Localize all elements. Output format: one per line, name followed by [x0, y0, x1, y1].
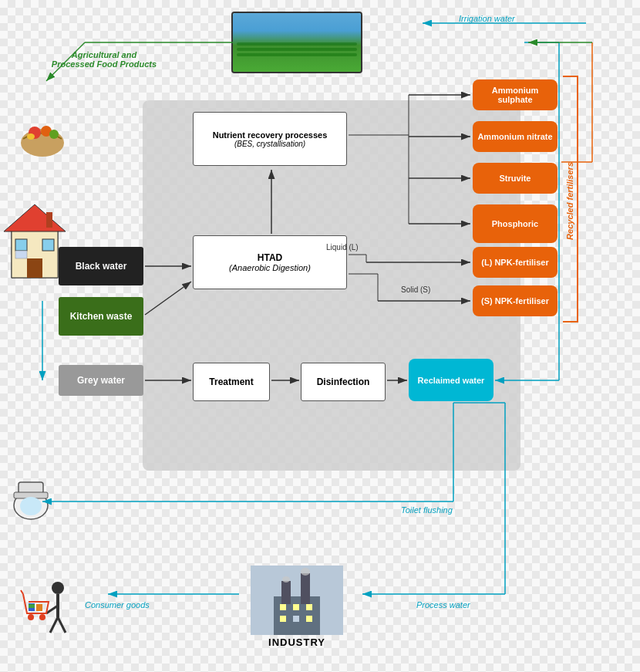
svg-line-19 — [50, 617, 58, 633]
svg-rect-29 — [281, 581, 291, 604]
svg-rect-8 — [15, 239, 27, 251]
svg-rect-30 — [301, 573, 310, 604]
svg-rect-37 — [293, 616, 299, 622]
svg-point-3 — [49, 130, 59, 139]
agri-products-label: Agricultural and Processed Food Products — [50, 50, 158, 69]
process-water-label: Process water — [416, 600, 470, 610]
industry-box: INDUSTRY — [235, 555, 359, 648]
diagram-container: AGRICULTURE Irrigation water Agricultura… — [23, 8, 617, 664]
solid-s-label: Solid (S) — [401, 285, 430, 294]
svg-point-15 — [20, 497, 42, 515]
food-basket-icon — [12, 100, 73, 162]
treatment-box: Treatment — [193, 363, 270, 401]
svg-point-22 — [28, 614, 34, 620]
house-icon — [4, 201, 66, 278]
svg-line-20 — [58, 617, 66, 633]
svg-point-23 — [39, 614, 45, 620]
toilet-icon — [8, 463, 54, 525]
svg-rect-11 — [15, 251, 27, 258]
svg-point-4 — [27, 133, 35, 140]
svg-rect-25 — [36, 604, 42, 611]
shopping-cart-icon — [19, 579, 81, 640]
consumer-goods-label: Consumer goods — [85, 600, 150, 610]
ammonium-nitrate-box: Ammonium nitrate — [473, 121, 557, 152]
svg-rect-10 — [46, 212, 52, 228]
grey-water-box: Grey water — [59, 365, 143, 396]
svg-rect-9 — [42, 239, 54, 251]
npk-s-box: (S) NPK-fertiliser — [473, 285, 557, 316]
svg-point-32 — [301, 568, 310, 576]
black-water-box: Black water — [59, 247, 143, 285]
nutrient-recovery-box: Nutrient recovery processes (BES, crysta… — [193, 112, 347, 166]
struvite-box: Struvite — [473, 163, 557, 194]
svg-rect-34 — [293, 604, 299, 610]
svg-line-21 — [21, 590, 23, 594]
svg-rect-38 — [306, 616, 312, 622]
recycled-fertilisers-bracket — [563, 76, 578, 322]
svg-point-31 — [282, 576, 290, 583]
kitchen-waste-box: Kitchen waste — [59, 297, 143, 336]
svg-rect-26 — [29, 604, 35, 608]
agriculture-box: AGRICULTURE — [231, 12, 362, 73]
svg-point-16 — [52, 582, 64, 594]
svg-rect-7 — [27, 258, 42, 278]
ammonium-sulphate-box: Ammonium sulphate — [473, 79, 557, 110]
reclaimed-water-box: Reclaimed water — [409, 359, 493, 401]
toilet-flushing-label: Toilet flushing — [401, 505, 453, 515]
svg-rect-36 — [280, 616, 286, 622]
htad-box: HTAD (Anaerobic Digestion) — [193, 235, 347, 289]
liquid-l-label: Liquid (L) — [326, 243, 359, 252]
phosphoric-box: Phosphoric — [473, 204, 557, 243]
npk-l-box: (L) NPK-fertiliser — [473, 247, 557, 278]
svg-rect-35 — [306, 604, 312, 610]
irrigation-water-label: Irrigation water — [459, 14, 515, 23]
svg-rect-33 — [280, 604, 286, 610]
disinfection-box: Disinfection — [301, 363, 386, 401]
